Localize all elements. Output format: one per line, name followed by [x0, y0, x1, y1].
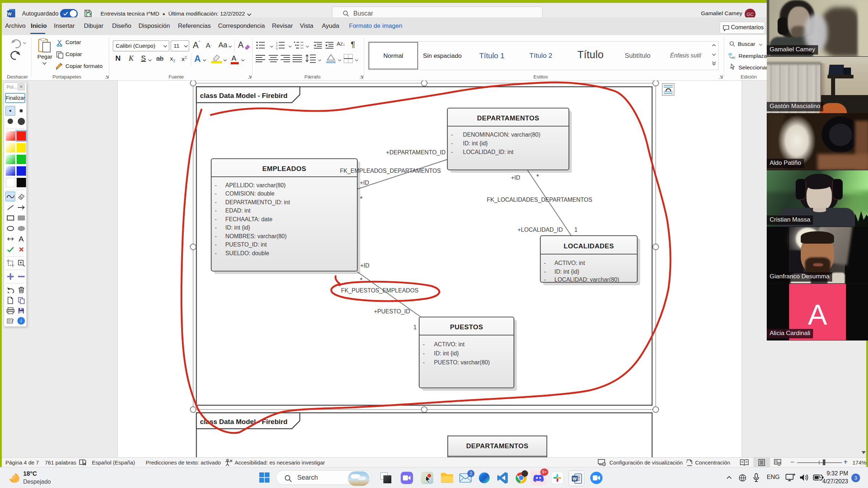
svg-text:+ID: +ID: [360, 180, 369, 186]
svg-text:-: -: [544, 277, 546, 283]
svg-text:COMISION: double: COMISION: double: [225, 191, 275, 197]
svg-text:-: -: [423, 359, 425, 365]
svg-text:-: -: [451, 140, 453, 146]
svg-text:+ID: +ID: [360, 262, 369, 269]
svg-text:-: -: [215, 182, 217, 188]
svg-text:PUESTO_ID: int: PUESTO_ID: int: [225, 241, 267, 248]
svg-text:LOCALIDAD: varchar(80): LOCALIDAD: varchar(80): [554, 277, 619, 283]
svg-text:-: -: [215, 199, 217, 205]
svg-text:DEPARTAMENTOS: DEPARTAMENTOS: [466, 442, 528, 450]
svg-text:-: -: [544, 260, 546, 266]
svg-text:-: -: [215, 207, 217, 214]
svg-text:-: -: [423, 341, 425, 347]
svg-text:W: W: [8, 12, 12, 17]
svg-text:*: *: [360, 195, 363, 202]
svg-text:DEPARTAMENTOS: DEPARTAMENTOS: [477, 114, 539, 122]
svg-text:ACTIVO: int: ACTIVO: int: [434, 341, 465, 347]
svg-text:NOMBRES: varchar(80): NOMBRES: varchar(80): [225, 233, 286, 239]
svg-text:+DEPARTAMENTO_ID: +DEPARTAMENTO_ID: [386, 149, 446, 156]
svg-text:SUELDO: double: SUELDO: double: [225, 250, 269, 256]
svg-text:-: -: [215, 224, 217, 231]
svg-text:FK_PUESTOS_EMPLEADOS: FK_PUESTOS_EMPLEADOS: [341, 287, 418, 294]
svg-text:-: -: [215, 233, 217, 239]
svg-text:PUESTO: varchar(80): PUESTO: varchar(80): [434, 359, 490, 365]
svg-text:FECHAALTA: date: FECHAALTA: date: [225, 216, 272, 222]
svg-text:APELLIDO: varchar(80): APELLIDO: varchar(80): [225, 182, 286, 188]
svg-text:+LOCALIDAD_ID: +LOCALIDAD_ID: [518, 227, 563, 233]
svg-text:LOCALIDADES: LOCALIDADES: [563, 242, 614, 250]
svg-text:class Data Model - Firebird: class Data Model - Firebird: [200, 418, 288, 425]
svg-text:*: *: [536, 173, 539, 180]
svg-text:FK_EMPLEADOS_DEPARTAMENTOS: FK_EMPLEADOS_DEPARTAMENTOS: [340, 168, 441, 174]
svg-text:ID: int {id}: ID: int {id}: [434, 350, 459, 356]
svg-text:W: W: [573, 476, 577, 481]
svg-text:3: 3: [276, 47, 278, 50]
svg-text:ID: int {id}: ID: int {id}: [554, 269, 579, 275]
svg-text:-: -: [215, 250, 217, 256]
svg-text:+PUESTO_ID: +PUESTO_ID: [374, 308, 410, 315]
svg-text:ACTIVO: int: ACTIVO: int: [554, 260, 585, 266]
svg-text:1: 1: [413, 324, 417, 330]
svg-text:ab: ab: [728, 52, 732, 56]
svg-text:PUESTOS: PUESTOS: [450, 323, 483, 331]
svg-text:EDAD: int: EDAD: int: [225, 207, 251, 214]
svg-text:1: 1: [574, 227, 578, 233]
svg-text:ID: int {id}: ID: int {id}: [225, 224, 250, 231]
svg-text:ac: ac: [732, 56, 736, 59]
svg-text:-: -: [544, 269, 546, 275]
svg-text:-: -: [423, 350, 425, 356]
svg-text:-: -: [215, 191, 217, 197]
svg-text:DEPARTAMENTO_ID: int: DEPARTAMENTO_ID: int: [225, 199, 290, 206]
svg-text:LOCALIDAD_ID: int: LOCALIDAD_ID: int: [463, 149, 514, 155]
svg-text:EMPLEADOS: EMPLEADOS: [262, 165, 306, 172]
svg-text:class Data Model - Firebird: class Data Model - Firebird: [200, 92, 288, 99]
svg-text:-: -: [215, 216, 217, 222]
svg-text:FK_LOCALIDADES_DEPARTAMENTOS: FK_LOCALIDADES_DEPARTAMENTOS: [487, 197, 592, 203]
svg-text:DENOMINACION: varchar(80): DENOMINACION: varchar(80): [463, 132, 540, 138]
svg-text:-: -: [451, 149, 453, 155]
svg-text:ID: int {id}: ID: int {id}: [463, 140, 488, 146]
svg-text:-: -: [215, 241, 217, 248]
svg-text:+ID: +ID: [511, 175, 520, 181]
svg-text:-: -: [451, 132, 453, 138]
